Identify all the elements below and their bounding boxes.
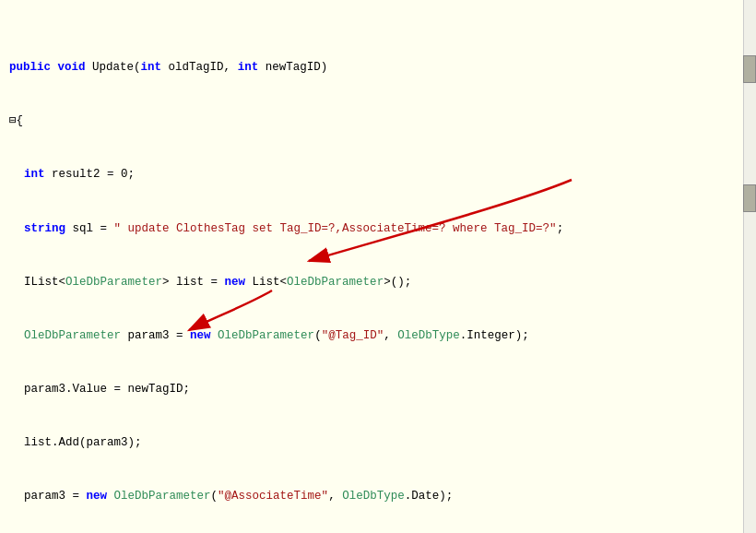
line-4: string sql = " update ClothesTag set Tag… xyxy=(9,220,756,238)
line-8: list.Add(param3); xyxy=(9,434,756,452)
line-2: ⊟{ xyxy=(9,113,756,130)
line-9: param3 = new OleDbParameter("@AssociateT… xyxy=(9,488,756,505)
line-5: IList<OleDbParameter> list = new List<Ol… xyxy=(9,274,756,291)
scrollbar-thumb-1[interactable] xyxy=(743,55,756,83)
line-6: OleDbParameter param3 = new OleDbParamet… xyxy=(9,327,756,345)
line-1: public void Update(int oldTagID, int new… xyxy=(9,59,756,77)
line-7: param3.Value = newTagID; xyxy=(9,381,756,398)
scrollbar[interactable] xyxy=(743,0,756,533)
scrollbar-thumb-2[interactable] xyxy=(743,184,756,212)
line-3: int result2 = 0; xyxy=(9,166,756,184)
code-editor: public void Update(int oldTagID, int new… xyxy=(0,0,756,533)
